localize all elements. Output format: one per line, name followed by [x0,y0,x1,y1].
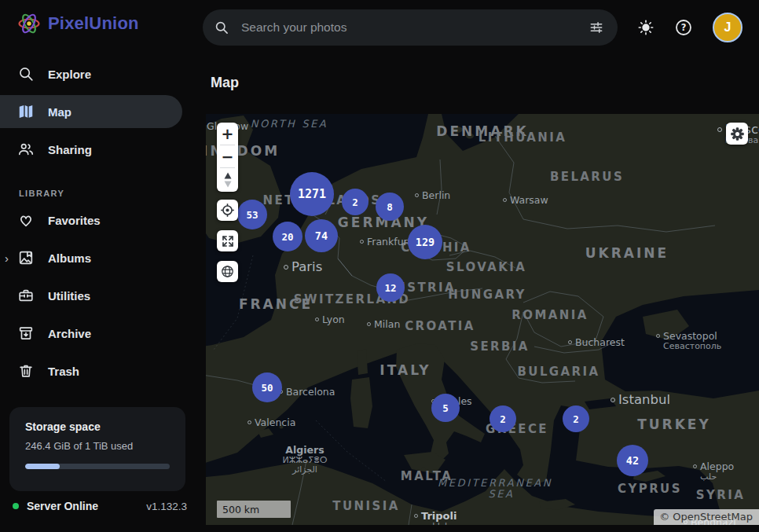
fullscreen-button[interactable] [217,230,238,251]
map-country-label: CROATIA [405,319,475,333]
map-photo-cluster[interactable]: 129 [408,225,442,259]
locate-icon [220,203,235,218]
map-sea-label: NORTH SEA [251,118,328,130]
search-filters-button[interactable] [586,17,607,38]
sidebar-library-nav: Favorites›AlbumsUtilitiesArchiveTrash [0,201,206,390]
sidebar-item-sharing[interactable]: Sharing [0,130,206,168]
city-dot [315,317,319,321]
city-dot [503,198,507,202]
tune-icon [588,20,604,35]
map-country-label: CYPRUS [618,482,682,496]
city-name: Istanbul [618,393,670,406]
map-city-label: Frankfurt [360,237,412,248]
map-photo-cluster[interactable]: 42 [617,445,648,476]
city-name: Warsaw [510,195,548,206]
sidebar-item-map[interactable]: Map [0,93,206,130]
map-photo-cluster[interactable]: 20 [273,222,302,251]
sidebar-item-trash[interactable]: Trash [0,352,206,390]
city-name: Valencia [255,417,295,428]
map-photo-cluster[interactable]: 1271 [290,172,334,216]
map-icon [17,103,35,120]
city-name: Lyon [322,314,345,325]
sidebar-item-label: Trash [48,365,79,378]
map-city-label: Barcelona [279,387,335,398]
server-online-dot [13,503,19,509]
zoom-out-button[interactable]: − [217,145,238,167]
sidebar-item-label: Explore [48,68,91,81]
city-name: Barcelona [286,387,335,398]
sharing-icon [17,141,35,158]
sidebar-item-favorites[interactable]: Favorites [0,201,206,239]
sidebar-item-explore[interactable]: Explore [0,55,206,93]
theme-toggle-button[interactable] [636,17,656,38]
sidebar-item-label: Archive [48,327,91,340]
map-city-label: Valencia [248,417,295,428]
app-logo[interactable]: PixelUnion [17,12,139,35]
sidebar-item-albums[interactable]: ›Albums [0,239,206,277]
sidebar-item-label: Sharing [48,143,92,156]
sidebar-item-archive[interactable]: Archive [0,314,206,352]
map-country-label: SLOVAKIA [446,260,526,274]
zoom-in-button[interactable]: + [217,123,238,145]
sidebar-item-utilities[interactable]: Utilities [0,277,206,314]
map-photo-cluster[interactable]: 2 [342,189,368,215]
map-photo-cluster[interactable]: 50 [252,372,282,402]
city-dot [717,127,722,132]
map-country-label: SERBIA [470,339,530,354]
map-photo-cluster[interactable]: 5 [431,394,460,422]
map-city-label: Berlin [415,190,450,201]
map-canvas[interactable]: DENMARKLITHUANIAKINGDOMBELARUSNETHERLAND… [206,114,759,525]
map-city-label: SevastopolСевастополь [656,331,721,351]
map-country-label: FRANCE [239,296,313,312]
svg-text:?: ? [681,22,687,33]
map-city-label: Lyon [315,314,345,325]
avatar-initial: J [724,20,732,35]
map-photo-cluster[interactable]: 53 [237,200,267,229]
map-attribution[interactable]: © OpenStreetMap [654,509,759,525]
search-bar[interactable] [203,9,618,46]
city-dot [693,464,697,468]
city-dot [284,265,288,270]
help-button[interactable]: ? [673,17,694,38]
albums-icon [17,249,35,266]
city-name: SevastopolСевастополь [663,331,721,351]
chevron-right-icon[interactable]: › [5,251,9,265]
city-dot [610,398,615,402]
map-settings-button[interactable] [726,123,748,145]
help-icon: ? [674,18,693,37]
map-country-label: UKRAINE [585,245,669,261]
sidebar-nav: ExploreMapSharing [0,55,206,168]
sidebar-item-label: Utilities [48,289,90,303]
map-country-label: TURKEY [637,416,711,432]
storage-progress-fill [25,464,60,469]
map-photo-cluster[interactable]: 8 [376,193,404,221]
city-dot [656,334,660,338]
server-version: v1.132.3 [146,501,187,512]
map-scale: 500 km [217,501,291,518]
sun-icon [637,19,654,36]
sidebar-item-label: Map [48,105,72,119]
city-name: Tripoliطرابلس [421,511,456,525]
map-zoom-control: + − [217,123,238,192]
city-dot [415,193,419,197]
app-name: PixelUnion [48,13,139,34]
compass-button[interactable] [217,168,238,192]
map-photo-cluster[interactable]: 74 [305,219,338,252]
user-avatar[interactable]: J [713,13,742,42]
city-name: Milan [374,319,400,330]
library-section-header: LIBRARY [19,189,206,198]
map-photo-cluster[interactable]: 2 [563,405,589,432]
search-input[interactable] [240,20,586,35]
city-name: Bucharest [575,337,625,348]
map-style-button[interactable] [217,261,238,282]
top-bar: PixelUnion ? J [0,0,759,55]
city-dot [248,420,251,424]
map-city-label: Paris [284,260,322,273]
map-country-label: ROMANIA [512,308,588,322]
locate-me-button[interactable] [217,200,238,221]
map-photo-cluster[interactable]: 12 [376,273,405,302]
logo-atom-icon [17,12,41,35]
search-icon [214,20,229,35]
map-city-label: Aleppoحلب [693,461,734,482]
map-photo-cluster[interactable]: 2 [490,405,516,432]
